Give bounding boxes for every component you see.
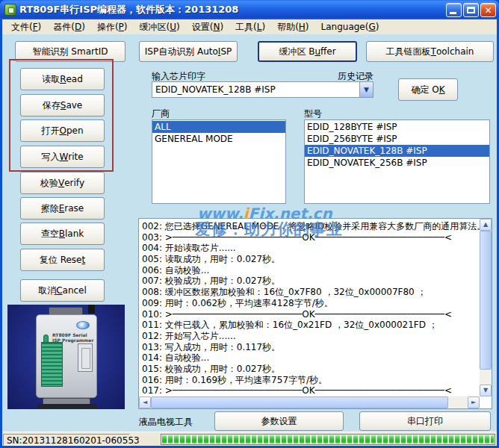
read-button[interactable]: 读取 Read: [20, 68, 105, 90]
menu-tools[interactable]: 工具(L): [229, 19, 271, 35]
list-item[interactable]: EDID_256BYTE #ISP: [305, 133, 489, 145]
label-text: 器件(: [53, 22, 75, 32]
label-text: 帮助(: [277, 22, 299, 32]
save-button[interactable]: 保存 Save: [20, 94, 105, 116]
label-text: 写入: [41, 151, 59, 164]
label-text: oolchain: [436, 46, 474, 57]
label-key: W: [59, 152, 68, 162]
progress-fill: [162, 435, 494, 444]
label-text: 工具链面板: [386, 46, 431, 58]
open-button[interactable]: 打开 Open: [20, 119, 105, 142]
horizontal-scrollbar[interactable]: ◄ ►: [139, 396, 480, 408]
autoisp-button[interactable]: ISP自动识别 AutoISP: [139, 41, 238, 62]
vertical-scrollbar[interactable]: ▲ ▼: [480, 219, 492, 396]
label-text: rase: [64, 203, 84, 214]
label-key: P: [119, 22, 124, 32]
log-line: 010: >────────────────────────OK────────…: [142, 309, 480, 320]
window-title: RT809F串行ISP编程器，软件版本：20131208: [19, 3, 444, 16]
zif-socket: [41, 342, 63, 387]
cancel-button[interactable]: 取消 Cancel: [20, 279, 105, 302]
label-text: 文件(: [11, 22, 33, 32]
label-text: erify: [64, 178, 84, 188]
blank-button[interactable]: 查空 Blank: [20, 223, 105, 245]
horizontal-scroll-thumb[interactable]: [151, 396, 448, 408]
label-text: ): [261, 22, 265, 32]
maximize-button[interactable]: [463, 3, 479, 17]
label-text: ISP自动识别 Auto: [145, 46, 218, 58]
label-text: RT809F Serial: [52, 332, 94, 337]
label-key: B: [59, 228, 65, 239]
menu-settings[interactable]: 设置(N): [186, 19, 229, 35]
vendor-label: 厂商: [152, 108, 170, 120]
menu-language[interactable]: Language(G): [315, 20, 385, 34]
label-text: lank: [65, 228, 84, 239]
label-text: ffer: [320, 46, 336, 57]
label-text: 复位 Rese: [40, 254, 82, 267]
label-text: 缓冲区 B: [279, 46, 314, 58]
label-text: ): [81, 22, 85, 32]
minimize-button[interactable]: [446, 3, 462, 17]
label-text: 读取: [42, 73, 60, 86]
menu-file[interactable]: 文件(F): [5, 19, 47, 35]
device-logo: [76, 321, 90, 329]
verify-button[interactable]: 校验 Verify: [20, 172, 105, 194]
log-line: 016: 用时：0.169秒，平均速率757字节/秒。: [142, 375, 480, 386]
label-key: E: [59, 203, 65, 214]
write-button[interactable]: 写入 Write: [20, 146, 105, 168]
menu-help[interactable]: 帮助(H): [271, 19, 314, 35]
list-item[interactable]: EDID_NOVATEK_256B #ISP: [305, 157, 489, 169]
menu-buffer[interactable]: 缓冲区(U): [134, 19, 186, 35]
scroll-down-icon[interactable]: ▼: [480, 385, 492, 396]
app-icon: [4, 4, 16, 16]
chevron-down-icon[interactable]: ▼: [359, 82, 373, 97]
list-item[interactable]: ALL: [152, 121, 285, 133]
scroll-right-icon[interactable]: ►: [468, 396, 480, 408]
vertical-scroll-thumb[interactable]: [480, 231, 492, 370]
list-item[interactable]: GENEREAL MODE: [152, 133, 285, 145]
scroll-left-icon[interactable]: ◄: [139, 396, 151, 408]
device-caption: RT809F Serial ISP Programmer: [52, 332, 94, 343]
progress-bar: [161, 434, 495, 445]
jack-connector: [88, 305, 95, 314]
toolchain-button[interactable]: 工具链面板 Toolchain: [366, 41, 494, 62]
client-area: 智能识别 SmartID ISP自动识别 AutoISP 缓冲区 Buffer …: [2, 34, 497, 432]
maximize-icon: [467, 7, 475, 13]
label-text: Language(: [321, 22, 369, 32]
close-button[interactable]: ✕: [480, 3, 496, 17]
label-text: 操作(: [97, 22, 119, 32]
vendor-listbox[interactable]: ALL GENEREAL MODE: [152, 119, 286, 204]
model-listbox[interactable]: EDID_128BYTE #ISP EDID_256BYTE #ISP EDID…: [304, 119, 490, 204]
reset-button[interactable]: 复位 Reset: [20, 249, 105, 271]
label-text: SP: [220, 46, 232, 57]
label-text: 智能识别 SmartID: [33, 46, 108, 58]
log-line: 015: 校验成功，用时：0.027秒。: [142, 364, 480, 375]
label-text: ancel: [63, 285, 87, 296]
menu-device[interactable]: 器件(D): [47, 19, 91, 35]
scroll-track[interactable]: [448, 396, 468, 408]
scroll-up-icon[interactable]: ▲: [480, 219, 492, 231]
label-text: 确定 O: [411, 84, 438, 96]
chip-diagram: [78, 343, 93, 372]
list-item[interactable]: EDID_128BYTE #ISP: [305, 121, 489, 133]
list-item[interactable]: EDID_NOVATEK_128B #ISP: [305, 145, 489, 157]
log-text[interactable]: 002: 您已选择GENEREAL MODE，将忽略ID校验并采用兼容大多数厂商…: [139, 219, 480, 396]
log-line: 013: 写入成功，用时：0.117秒。: [142, 342, 480, 353]
label-text: 设置(: [192, 22, 214, 32]
log-panel: 002: 您已选择GENEREAL MODE，将忽略ID校验并采用兼容大多数厂商…: [138, 218, 492, 409]
log-line: 014: 自动校验...: [142, 352, 480, 364]
serial-print-button[interactable]: 串口打印: [359, 411, 491, 431]
log-line: 004: 开始读取芯片......: [142, 243, 480, 254]
params-button[interactable]: 参数设置: [214, 411, 344, 431]
buffer-button[interactable]: 缓冲区 Buffer: [258, 41, 357, 62]
label-text: 擦除: [41, 202, 59, 215]
log-line: 006: 自动校验...: [142, 265, 480, 276]
erase-button[interactable]: 擦除 Erase: [20, 197, 105, 220]
label-text: ): [220, 22, 223, 32]
menu-operation[interactable]: 操作(P): [91, 19, 134, 35]
label-key: F: [33, 22, 38, 32]
log-line: 009: 用时：0.062秒，平均速率4128字节/秒。: [142, 298, 480, 309]
label-text: 保存: [43, 99, 61, 112]
ok-button[interactable]: 确定 OK: [398, 78, 458, 101]
log-line: 017: >────────────────────────OK────────…: [142, 385, 480, 396]
chip-combo[interactable]: EDID_NOVATEK_128B #ISP ▼: [152, 81, 374, 98]
